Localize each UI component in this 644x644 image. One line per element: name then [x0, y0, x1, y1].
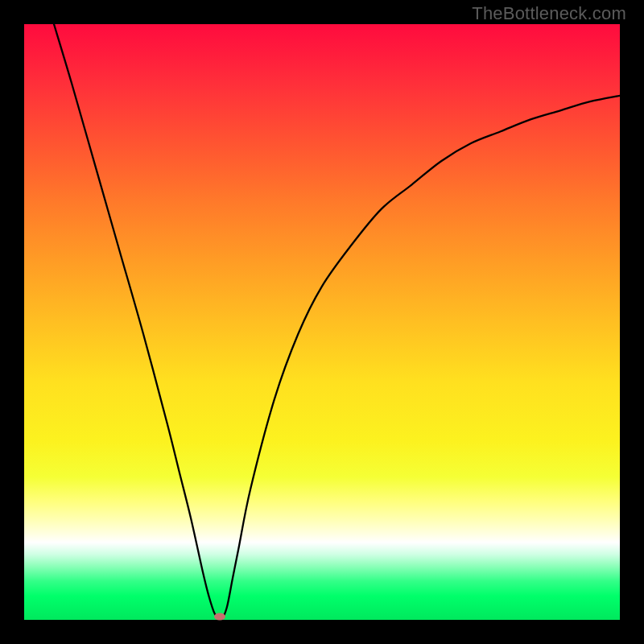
watermark-text: TheBottleneck.com [472, 3, 626, 24]
plot-background-gradient [24, 24, 620, 620]
optimal-point-marker [214, 613, 225, 621]
chart-frame: TheBottleneck.com [0, 0, 644, 644]
